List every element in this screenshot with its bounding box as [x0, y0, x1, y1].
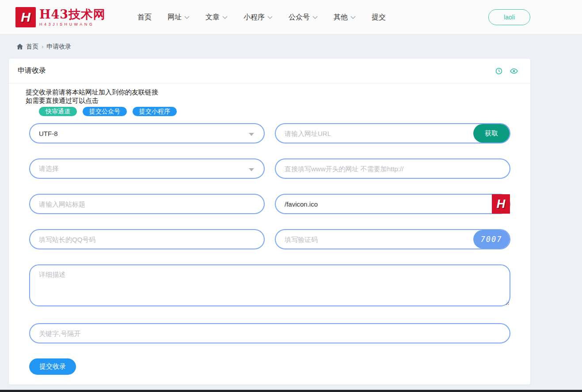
- logo-subtitle: H43JISHUWANG: [39, 22, 106, 26]
- chevron-down-icon: [312, 16, 318, 19]
- nav-item-articles[interactable]: 文章: [205, 13, 228, 22]
- charset-select[interactable]: UTF-8: [29, 123, 265, 143]
- description-textarea[interactable]: [29, 264, 510, 306]
- fetch-button[interactable]: 获取: [473, 124, 510, 143]
- select-arrow-icon: [249, 168, 254, 171]
- main-nav: 首页 网址 文章 小程序 公众号 其他 提交: [137, 13, 386, 22]
- breadcrumb-home-link[interactable]: 首页: [26, 43, 38, 51]
- select-arrow-icon: [249, 133, 254, 136]
- charset-select-value: UTF-8: [39, 130, 58, 137]
- inclusion-form: UTF-8 获取 请选择: [23, 123, 517, 375]
- home-icon: [17, 44, 23, 49]
- site-header: H H43技术网 H43JISHUWANG 首页 网址 文章 小程序 公众号 其…: [0, 0, 582, 34]
- submit-miniprogram-button[interactable]: 提交小程序: [133, 107, 177, 116]
- nav-item-official-account[interactable]: 公众号: [289, 13, 318, 22]
- notice-line-2: 如需要直接通过可以点击: [26, 96, 517, 105]
- card-header: 申请收录: [9, 59, 530, 83]
- clock-icon[interactable]: [495, 68, 502, 75]
- chevron-down-icon: [350, 16, 356, 19]
- page-title: 申请收录: [18, 66, 46, 75]
- apply-inclusion-card: 申请收录 提交收录前请将本站网址加入到你的友联链接 如需要直接通过可以点击 快审…: [9, 59, 530, 384]
- chevron-down-icon: [222, 16, 228, 19]
- submit-official-account-button[interactable]: 提交公众号: [83, 107, 127, 116]
- favicon-preview-icon: H: [492, 194, 510, 214]
- nav-item-urls[interactable]: 网址: [167, 13, 190, 22]
- keywords-input[interactable]: [29, 323, 510, 343]
- category-select[interactable]: 请选择: [29, 158, 265, 179]
- logo-title: H43技术网: [39, 8, 106, 21]
- notice-line-1: 提交收录前请将本站网址加入到你的友联链接: [26, 88, 517, 96]
- fast-review-button[interactable]: 快审通道: [39, 107, 77, 116]
- favicon-input[interactable]: [275, 194, 510, 214]
- chevron-down-icon: [267, 16, 273, 19]
- captcha-image[interactable]: 7007: [473, 230, 510, 249]
- nav-item-miniprogram[interactable]: 小程序: [243, 13, 273, 22]
- breadcrumb-separator: ›: [42, 43, 43, 50]
- nav-item-home[interactable]: 首页: [137, 13, 152, 22]
- breadcrumb-current: 申请收录: [46, 43, 71, 51]
- nav-item-submit[interactable]: 提交: [372, 13, 386, 22]
- domain-input[interactable]: [275, 158, 510, 179]
- quick-links: 快审通道 提交公众号 提交小程序: [39, 107, 517, 116]
- logo[interactable]: H H43技术网 H43JISHUWANG: [15, 7, 106, 27]
- user-button[interactable]: laoli: [488, 9, 530, 25]
- site-title-input[interactable]: [29, 194, 265, 214]
- footer-bar: [0, 390, 582, 392]
- breadcrumb: 首页 › 申请收录: [9, 34, 530, 59]
- qq-input[interactable]: [29, 229, 265, 249]
- nav-item-other[interactable]: 其他: [334, 13, 356, 22]
- chevron-down-icon: [184, 16, 190, 19]
- category-select-placeholder: 请选择: [39, 165, 59, 173]
- eye-icon[interactable]: [510, 68, 518, 74]
- logo-icon: H: [15, 7, 36, 27]
- submit-inclusion-button[interactable]: 提交收录: [29, 358, 76, 375]
